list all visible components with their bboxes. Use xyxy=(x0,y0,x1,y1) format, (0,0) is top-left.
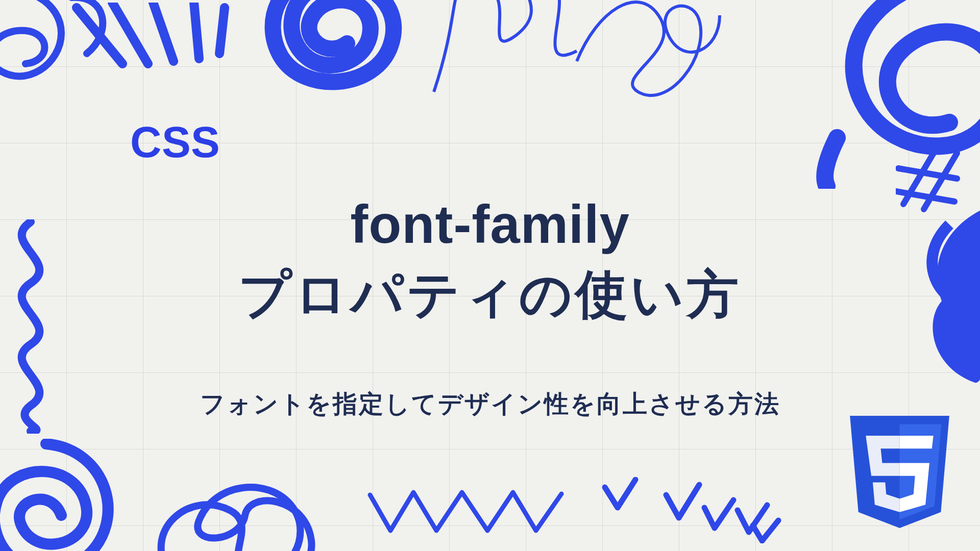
title-line-2: プロパティの使い方 xyxy=(0,256,980,334)
subtitle: フォントを指定してデザイン性を向上させる方法 xyxy=(0,388,980,420)
content-area: CSS font-family プロパティの使い方 フォントを指定してデザイン性… xyxy=(0,0,980,551)
title-line-1: font-family xyxy=(0,194,980,256)
category-label: CSS xyxy=(130,117,220,167)
css3-badge-icon xyxy=(850,416,949,528)
main-title: font-family プロパティの使い方 xyxy=(0,194,980,334)
svg-marker-13 xyxy=(900,436,934,448)
